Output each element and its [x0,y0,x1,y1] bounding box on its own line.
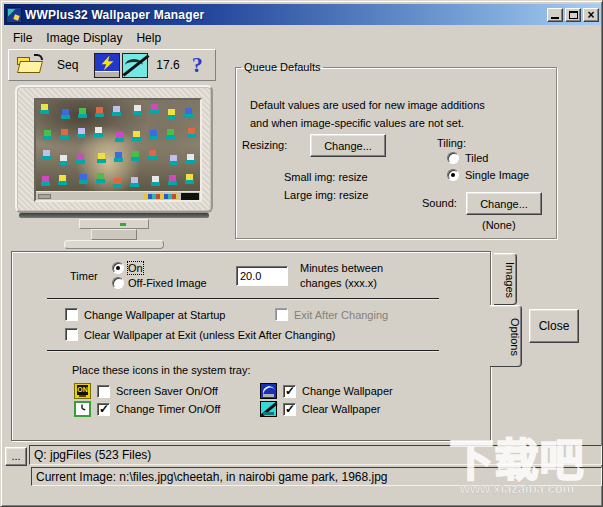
minimize-icon [551,17,559,19]
defaults-description-line2: and when image-specific values are not s… [250,117,464,129]
timer-label: Timer [70,270,98,282]
app-icon [6,7,22,23]
clear-wallpaper-exit-checkbox[interactable] [65,328,78,341]
change-wallpaper-checkbox[interactable] [283,385,296,398]
tiling-label: Tiling: [437,137,466,149]
single-image-radio-row[interactable]: Single Image [447,169,529,181]
help-question-icon[interactable]: ? [192,53,203,77]
tray-screensaver-row[interactable]: ON Screen Saver On/Off [74,383,218,399]
monitor-controls [79,219,149,229]
screensaver-checkbox[interactable] [97,385,110,398]
small-img-resize-label: Small img: resize [284,171,368,183]
queue-defaults-group: Queue Defaults Default values are used f… [235,61,557,239]
monitor-stand-neck [91,229,137,240]
resizing-change-button[interactable]: Change... [310,134,386,157]
clear-wallpaper-exit-checkbox-row[interactable]: Clear Wallpaper at Exit (unless Exit Aft… [65,328,335,341]
timer-on-radio-row[interactable]: On [112,262,143,274]
exit-after-changing-checkbox-row: Exit After Changing [275,308,388,321]
tiled-radio-label: Tiled [465,152,488,164]
single-image-radio-label: Single Image [465,169,529,181]
preview-taskbar [36,191,200,200]
options-tab-page: Timer On Off-Fixed Image Minutes between… [11,251,491,441]
browse-queue-button[interactable]: ... [5,447,27,466]
queue-info-field[interactable]: Q: jpgFiles (523 Files) [29,445,602,465]
monitor-stand-base [64,240,164,249]
open-folder-icon[interactable] [17,56,43,75]
clear-wallpaper-label: Clear Wallpaper [302,403,380,415]
close-window-button[interactable]: × [583,8,599,22]
minimize-button[interactable] [547,8,563,22]
clear-wallpaper-tray-icon [260,401,277,417]
tab-images[interactable]: Images [494,253,517,305]
maximize-icon [569,11,578,19]
minutes-caption-line2: changes (xxx.x) [300,277,377,289]
wallpaper-preview-monitor [13,85,217,249]
separator [47,298,439,300]
timer-off-radio[interactable] [112,277,124,289]
change-wallpaper-startup-label: Change Wallpaper at Startup [84,309,225,321]
change-wallpaper-startup-checkbox[interactable] [65,308,78,321]
tray-icons-heading: Place these icons in the system tray: [72,364,251,376]
clear-wallpaper-exit-label: Clear Wallpaper at Exit (unless Exit Aft… [84,329,335,341]
close-button[interactable]: Close [529,309,579,343]
exit-after-changing-checkbox [275,308,288,321]
screensaver-tray-icon: ON [74,383,91,399]
app-window: WWPlus32 Wallpaper Manager × File Image … [0,0,603,507]
menu-image-display[interactable]: Image Display [39,29,129,47]
tiled-radio-row[interactable]: Tiled [447,152,488,164]
tiled-radio[interactable] [447,152,459,164]
minutes-caption-line1: Minutes between [300,262,383,274]
minutes-input[interactable] [236,266,288,286]
change-wallpaper-now-icon[interactable] [94,53,120,78]
menu-help[interactable]: Help [129,29,168,47]
exit-after-changing-label: Exit After Changing [294,309,388,321]
timer-on-radio[interactable] [112,262,124,274]
timer-on-radio-label: On [128,262,143,274]
timer-off-radio-label: Off-Fixed Image [128,277,207,289]
defaults-description-line1: Default values are used for new image ad… [250,99,485,111]
change-timer-tray-icon [74,401,91,417]
sound-value: (None) [482,219,516,231]
large-img-resize-label: Large img: resize [284,189,368,201]
tray-change-wallpaper-row[interactable]: Change Wallpaper [260,383,393,399]
toolbar: Seq 17.6 ? [8,49,216,81]
screensaver-label: Screen Saver On/Off [116,385,218,397]
queue-defaults-legend: Queue Defaults [241,61,323,73]
tab-options[interactable]: Options [490,305,522,367]
sequence-mode-button[interactable]: Seq [57,58,78,72]
startup-checkbox-row[interactable]: Change Wallpaper at Startup [65,308,225,321]
sound-label: Sound: [422,197,457,209]
clear-wallpaper-checkbox[interactable] [283,403,296,416]
maximize-button[interactable] [565,8,581,22]
menu-bar: File Image Display Help [6,29,168,46]
title-bar[interactable]: WWPlus32 Wallpaper Manager × [4,4,601,25]
window-title: WWPlus32 Wallpaper Manager [25,8,547,22]
monitor-screen[interactable] [34,98,202,202]
monitor-bezel [15,85,213,213]
single-image-radio[interactable] [447,169,459,181]
separator [47,350,439,352]
change-wallpaper-label: Change Wallpaper [302,385,393,397]
close-icon: × [584,9,598,21]
change-wallpaper-tray-icon [260,383,277,399]
change-timer-label: Change Timer On/Off [116,403,220,415]
timer-countdown-value: 17.6 [156,58,179,72]
tray-clear-wallpaper-row[interactable]: Clear Wallpaper [260,401,380,417]
clear-wallpaper-now-icon[interactable] [122,53,148,78]
menu-file[interactable]: File [6,29,39,47]
sound-change-button[interactable]: Change... [466,192,542,215]
timer-off-radio-row[interactable]: Off-Fixed Image [112,277,207,289]
current-image-field: Current Image: n:\files.jpg\cheetah, in … [31,467,602,486]
tray-change-timer-row[interactable]: Change Timer On/Off [74,401,220,417]
resizing-label: Resizing: [242,139,287,151]
change-timer-checkbox[interactable] [97,403,110,416]
